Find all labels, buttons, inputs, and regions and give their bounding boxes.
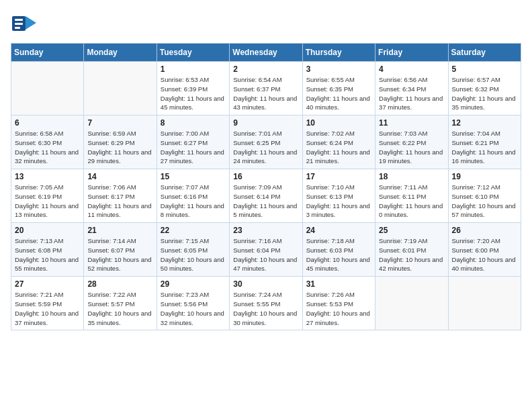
day-cell: 9Sunrise: 7:01 AMSunset: 6:25 PMDaylight… [230, 116, 302, 169]
logo-icon [11, 11, 36, 36]
day-number: 17 [306, 172, 371, 181]
svg-rect-3 [15, 23, 23, 25]
week-row-1: 1Sunrise: 6:53 AMSunset: 6:39 PMDaylight… [11, 62, 521, 116]
weekday-friday: Friday [375, 44, 448, 62]
day-info: Sunrise: 7:09 AMSunset: 6:14 PMDaylight:… [233, 183, 298, 220]
day-cell: 7Sunrise: 6:59 AMSunset: 6:29 PMDaylight… [84, 116, 157, 169]
calendar: SundayMondayTuesdayWednesdayThursdayFrid… [11, 43, 521, 330]
day-number: 22 [161, 226, 226, 235]
day-number: 10 [306, 118, 371, 128]
day-number: 7 [87, 118, 152, 128]
week-row-4: 20Sunrise: 7:13 AMSunset: 6:08 PMDayligh… [11, 223, 521, 277]
day-number: 31 [306, 279, 371, 289]
day-cell: 27Sunrise: 7:21 AMSunset: 5:59 PMDayligh… [11, 277, 84, 330]
day-cell: 1Sunrise: 6:53 AMSunset: 6:39 PMDaylight… [157, 62, 229, 116]
day-cell [375, 277, 448, 330]
day-number: 21 [87, 226, 152, 235]
day-info: Sunrise: 7:13 AMSunset: 6:08 PMDaylight:… [15, 236, 80, 273]
day-info: Sunrise: 7:04 AMSunset: 6:21 PMDaylight:… [452, 129, 517, 166]
day-number: 3 [306, 64, 371, 74]
weekday-sunday: Sunday [11, 44, 84, 62]
weekday-thursday: Thursday [302, 44, 375, 62]
day-cell: 28Sunrise: 7:22 AMSunset: 5:57 PMDayligh… [84, 277, 157, 330]
day-cell: 23Sunrise: 7:16 AMSunset: 6:04 PMDayligh… [230, 223, 302, 277]
day-cell: 26Sunrise: 7:20 AMSunset: 6:00 PMDayligh… [448, 223, 521, 277]
day-cell: 16Sunrise: 7:09 AMSunset: 6:14 PMDayligh… [230, 169, 302, 223]
day-info: Sunrise: 6:55 AMSunset: 6:35 PMDaylight:… [306, 75, 371, 112]
day-cell [448, 277, 521, 330]
day-info: Sunrise: 7:26 AMSunset: 5:53 PMDaylight:… [306, 290, 371, 327]
day-info: Sunrise: 7:12 AMSunset: 6:10 PMDaylight:… [452, 183, 517, 220]
day-cell: 24Sunrise: 7:18 AMSunset: 6:03 PMDayligh… [302, 223, 375, 277]
day-info: Sunrise: 6:57 AMSunset: 6:32 PMDaylight:… [452, 75, 517, 112]
day-cell: 2Sunrise: 6:54 AMSunset: 6:37 PMDaylight… [230, 62, 302, 116]
day-info: Sunrise: 7:21 AMSunset: 5:59 PMDaylight:… [15, 290, 80, 327]
svg-marker-1 [26, 16, 36, 30]
logo [11, 11, 39, 36]
day-number: 5 [452, 64, 517, 74]
weekday-header-row: SundayMondayTuesdayWednesdayThursdayFrid… [11, 44, 521, 62]
day-number: 15 [161, 172, 226, 181]
day-number: 8 [161, 118, 226, 128]
day-cell: 12Sunrise: 7:04 AMSunset: 6:21 PMDayligh… [448, 116, 521, 169]
day-cell: 14Sunrise: 7:06 AMSunset: 6:17 PMDayligh… [84, 169, 157, 223]
day-info: Sunrise: 6:59 AMSunset: 6:29 PMDaylight:… [87, 129, 152, 166]
day-number: 13 [15, 172, 80, 181]
day-info: Sunrise: 7:23 AMSunset: 5:56 PMDaylight:… [161, 290, 226, 327]
day-info: Sunrise: 7:18 AMSunset: 6:03 PMDaylight:… [306, 236, 371, 273]
day-info: Sunrise: 7:22 AMSunset: 5:57 PMDaylight:… [87, 290, 152, 327]
weekday-wednesday: Wednesday [230, 44, 302, 62]
day-info: Sunrise: 6:58 AMSunset: 6:30 PMDaylight:… [15, 129, 80, 166]
day-number: 28 [87, 279, 152, 289]
week-row-3: 13Sunrise: 7:05 AMSunset: 6:19 PMDayligh… [11, 169, 521, 223]
weekday-monday: Monday [84, 44, 157, 62]
day-cell [84, 62, 157, 116]
day-info: Sunrise: 7:07 AMSunset: 6:16 PMDaylight:… [161, 183, 226, 220]
day-info: Sunrise: 7:01 AMSunset: 6:25 PMDaylight:… [233, 129, 298, 166]
svg-rect-4 [15, 27, 20, 29]
day-cell [11, 62, 84, 116]
day-number: 18 [379, 172, 444, 181]
day-cell: 22Sunrise: 7:15 AMSunset: 6:05 PMDayligh… [157, 223, 229, 277]
day-cell: 3Sunrise: 6:55 AMSunset: 6:35 PMDaylight… [302, 62, 375, 116]
weekday-tuesday: Tuesday [157, 44, 229, 62]
day-info: Sunrise: 7:15 AMSunset: 6:05 PMDaylight:… [161, 236, 226, 273]
day-cell: 13Sunrise: 7:05 AMSunset: 6:19 PMDayligh… [11, 169, 84, 223]
calendar-header: SundayMondayTuesdayWednesdayThursdayFrid… [11, 44, 521, 62]
week-row-2: 6Sunrise: 6:58 AMSunset: 6:30 PMDaylight… [11, 116, 521, 169]
week-row-5: 27Sunrise: 7:21 AMSunset: 5:59 PMDayligh… [11, 277, 521, 330]
calendar-body: 1Sunrise: 6:53 AMSunset: 6:39 PMDaylight… [11, 62, 521, 330]
day-cell: 30Sunrise: 7:24 AMSunset: 5:55 PMDayligh… [230, 277, 302, 330]
day-cell: 17Sunrise: 7:10 AMSunset: 6:13 PMDayligh… [302, 169, 375, 223]
header [11, 11, 521, 36]
day-number: 19 [452, 172, 517, 181]
svg-rect-2 [15, 19, 23, 21]
day-info: Sunrise: 6:56 AMSunset: 6:34 PMDaylight:… [379, 75, 444, 112]
day-info: Sunrise: 7:02 AMSunset: 6:24 PMDaylight:… [306, 129, 371, 166]
day-info: Sunrise: 6:53 AMSunset: 6:39 PMDaylight:… [161, 75, 226, 112]
day-number: 14 [87, 172, 152, 181]
day-cell: 21Sunrise: 7:14 AMSunset: 6:07 PMDayligh… [84, 223, 157, 277]
day-info: Sunrise: 7:10 AMSunset: 6:13 PMDaylight:… [306, 183, 371, 220]
day-cell: 8Sunrise: 7:00 AMSunset: 6:27 PMDaylight… [157, 116, 229, 169]
day-number: 12 [452, 118, 517, 128]
day-cell: 20Sunrise: 7:13 AMSunset: 6:08 PMDayligh… [11, 223, 84, 277]
day-number: 24 [306, 226, 371, 235]
day-info: Sunrise: 7:20 AMSunset: 6:00 PMDaylight:… [452, 236, 517, 273]
day-number: 23 [233, 226, 298, 235]
day-number: 26 [452, 226, 517, 235]
day-cell: 15Sunrise: 7:07 AMSunset: 6:16 PMDayligh… [157, 169, 229, 223]
day-info: Sunrise: 7:19 AMSunset: 6:01 PMDaylight:… [379, 236, 444, 273]
day-number: 27 [15, 279, 80, 289]
day-cell: 31Sunrise: 7:26 AMSunset: 5:53 PMDayligh… [302, 277, 375, 330]
day-number: 2 [233, 64, 298, 74]
day-info: Sunrise: 7:03 AMSunset: 6:22 PMDaylight:… [379, 129, 444, 166]
day-number: 9 [233, 118, 298, 128]
day-cell: 4Sunrise: 6:56 AMSunset: 6:34 PMDaylight… [375, 62, 448, 116]
day-info: Sunrise: 7:05 AMSunset: 6:19 PMDaylight:… [15, 183, 80, 220]
day-info: Sunrise: 7:06 AMSunset: 6:17 PMDaylight:… [87, 183, 152, 220]
day-number: 30 [233, 279, 298, 289]
day-number: 6 [15, 118, 80, 128]
day-number: 16 [233, 172, 298, 181]
day-number: 20 [15, 226, 80, 235]
